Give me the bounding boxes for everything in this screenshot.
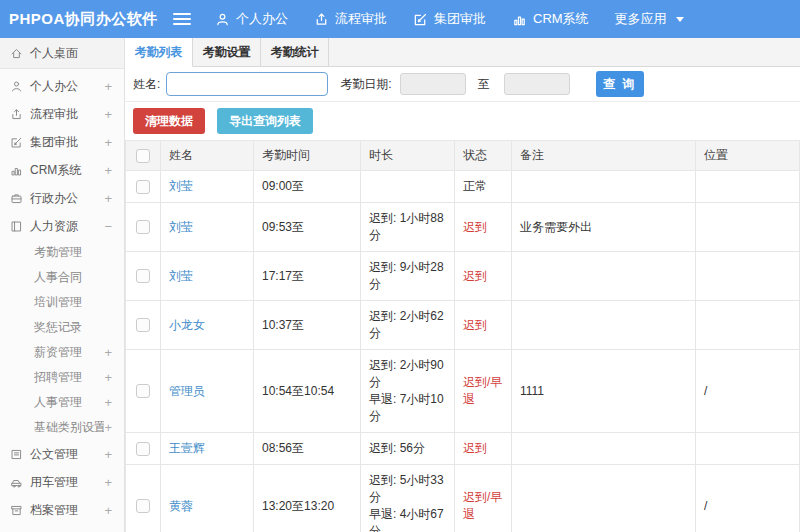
select-all-checkbox[interactable] xyxy=(136,149,150,163)
sidebar-item[interactable]: 集团审批 + xyxy=(0,128,124,156)
date-from-input[interactable] xyxy=(400,73,466,95)
cell-checkbox xyxy=(126,203,161,252)
cell-remark xyxy=(512,433,696,465)
export-list-button[interactable]: 导出查询列表 xyxy=(217,108,313,134)
column-header: 考勤时间 xyxy=(254,141,361,171)
sidebar-item[interactable]: 行政办公 + xyxy=(0,184,124,212)
tab[interactable]: 考勤设置 xyxy=(193,38,261,66)
sidebar-item-label: 招聘管理 xyxy=(34,369,104,386)
cell-time: 10:37至 xyxy=(254,301,361,350)
query-button[interactable]: 查 询 xyxy=(596,71,644,97)
nav-item-crm[interactable]: CRM系统 xyxy=(512,10,589,28)
sidebar-item-label: 个人办公 xyxy=(30,78,104,95)
cell-checkbox xyxy=(126,350,161,433)
cell-location xyxy=(696,301,800,350)
name-input[interactable] xyxy=(166,72,328,96)
chart-icon xyxy=(512,12,527,27)
status-badge: 迟到 xyxy=(463,220,487,234)
cell-status: 迟到 xyxy=(455,301,512,350)
status-badge: 迟到 xyxy=(463,269,487,283)
cell-name: 小龙女 xyxy=(161,301,254,350)
row-checkbox[interactable] xyxy=(136,499,150,513)
tab[interactable]: 考勤统计 xyxy=(261,38,329,66)
sidebar-item[interactable]: 公文管理 + xyxy=(0,440,124,468)
cell-checkbox xyxy=(126,252,161,301)
date-to-input[interactable] xyxy=(504,73,570,95)
sidebar-item[interactable]: 流程审批 + xyxy=(0,100,124,128)
sidebar-item[interactable]: 人事合同 xyxy=(0,265,124,290)
expand-toggle[interactable]: + xyxy=(104,163,114,178)
edit-icon xyxy=(10,136,23,149)
menu-toggle-icon[interactable] xyxy=(173,13,191,25)
expand-toggle[interactable]: + xyxy=(104,370,114,385)
app-header: PHPOA协同办公软件 个人办公 流程审批 集团审批 CRM系统 更多应用 xyxy=(0,0,800,38)
sidebar-item[interactable]: 人事管理 + xyxy=(0,390,124,415)
employee-link[interactable]: 王壹辉 xyxy=(169,441,205,455)
sidebar-item-label: 用车管理 xyxy=(30,474,104,491)
sidebar-item[interactable]: 招聘管理 + xyxy=(0,365,124,390)
status-badge: 迟到 xyxy=(463,441,487,455)
expand-toggle[interactable]: − xyxy=(104,219,114,234)
expand-toggle[interactable]: + xyxy=(104,420,114,435)
tab[interactable]: 考勤列表 xyxy=(125,38,193,67)
nav-item-more-apps[interactable]: 更多应用 xyxy=(615,10,684,28)
sidebar-item-label: 行政办公 xyxy=(30,190,104,207)
share-icon xyxy=(314,12,329,27)
name-label: 姓名: xyxy=(133,76,160,93)
row-checkbox[interactable] xyxy=(136,220,150,234)
employee-link[interactable]: 小龙女 xyxy=(169,318,205,332)
row-checkbox[interactable] xyxy=(136,318,150,332)
briefcase-icon xyxy=(10,192,23,205)
sidebar-item[interactable]: 个人桌面 xyxy=(0,38,124,69)
employee-link[interactable]: 刘莹 xyxy=(169,179,193,193)
employee-link[interactable]: 刘莹 xyxy=(169,220,193,234)
sidebar-item[interactable]: 用车管理 + xyxy=(0,468,124,496)
employee-link[interactable]: 管理员 xyxy=(169,384,205,398)
expand-toggle[interactable]: + xyxy=(104,135,114,150)
cell-location xyxy=(696,203,800,252)
row-checkbox[interactable] xyxy=(136,384,150,398)
column-header: 时长 xyxy=(361,141,455,171)
nav-item-workflow-approval[interactable]: 流程审批 xyxy=(314,10,387,28)
sidebar-item[interactable]: 薪资管理 + xyxy=(0,340,124,365)
employee-link[interactable]: 刘莹 xyxy=(169,269,193,283)
sidebar-item[interactable]: 基础类别设置 + xyxy=(0,415,124,440)
cell-remark: 业务需要外出 xyxy=(512,203,696,252)
nav-item-personal-office[interactable]: 个人办公 xyxy=(215,10,288,28)
sidebar-item-label: 考勤管理 xyxy=(34,244,112,261)
sidebar-item[interactable]: 个人办公 + xyxy=(0,72,124,100)
row-checkbox[interactable] xyxy=(136,442,150,456)
expand-toggle[interactable]: + xyxy=(104,395,114,410)
user-icon xyxy=(10,80,23,93)
expand-toggle[interactable]: + xyxy=(104,191,114,206)
sidebar-item[interactable]: 培训管理 xyxy=(0,290,124,315)
sidebar-item-label: 薪资管理 xyxy=(34,344,104,361)
nav-item-group-approval[interactable]: 集团审批 xyxy=(413,10,486,28)
expand-toggle[interactable]: + xyxy=(104,79,114,94)
sidebar-item-label: 基础类别设置 xyxy=(34,419,104,436)
sidebar-item-label: 档案管理 xyxy=(30,502,104,519)
expand-toggle[interactable]: + xyxy=(104,447,114,462)
sidebar-item[interactable]: CRM系统 + xyxy=(0,156,124,184)
expand-toggle[interactable]: + xyxy=(104,107,114,122)
employee-link[interactable]: 黄蓉 xyxy=(169,499,193,513)
expand-toggle[interactable]: + xyxy=(104,475,114,490)
cell-remark xyxy=(512,171,696,203)
sidebar-item[interactable]: 人力资源 − xyxy=(0,212,124,240)
expand-toggle[interactable]: + xyxy=(104,503,114,518)
sidebar-item[interactable]: 奖惩记录 xyxy=(0,315,124,340)
cell-name: 刘莹 xyxy=(161,203,254,252)
expand-toggle[interactable]: + xyxy=(104,345,114,360)
sidebar-item[interactable]: 项目管理 + xyxy=(0,524,124,532)
table-body: 刘莹 09:00至 正常 xyxy=(126,171,800,532)
cell-name: 黄蓉 xyxy=(161,465,254,532)
sidebar-item[interactable]: 考勤管理 xyxy=(0,240,124,265)
sidebar-item[interactable]: 档案管理 + xyxy=(0,496,124,524)
table-row: 管理员 10:54至10:54 迟到: 2小时90分 早退: 7小时10分 迟到… xyxy=(126,350,800,433)
clean-data-button[interactable]: 清理数据 xyxy=(133,108,205,134)
cell-location xyxy=(696,252,800,301)
row-checkbox[interactable] xyxy=(136,180,150,194)
row-checkbox[interactable] xyxy=(136,269,150,283)
share-icon xyxy=(10,108,23,121)
sidebar-item-label: 人事管理 xyxy=(34,394,104,411)
